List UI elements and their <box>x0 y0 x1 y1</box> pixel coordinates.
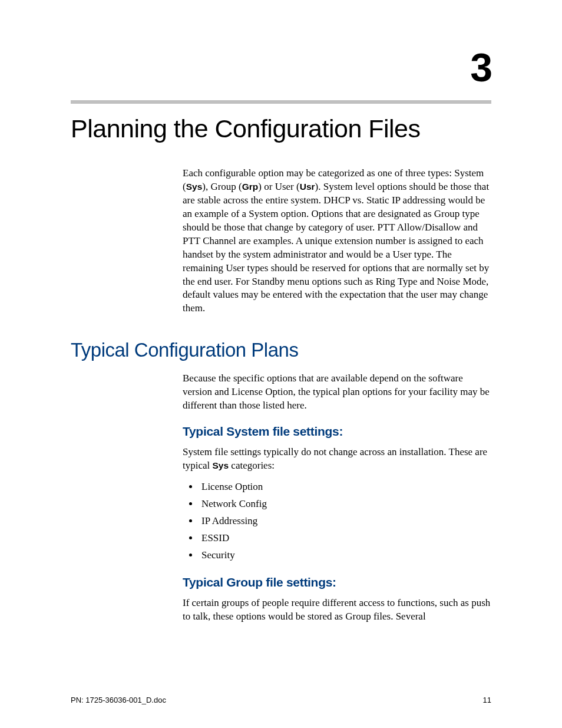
sys-label: Sys <box>186 182 203 192</box>
list-item: ESSID <box>199 530 491 547</box>
list-item: Security <box>199 547 491 564</box>
sysfile-sys-bold: Sys <box>213 460 229 470</box>
page-footer: PN: 1725-36036-001_D.doc 11 <box>71 696 491 704</box>
chapter-number: 3 <box>71 47 491 87</box>
groupfile-heading: Typical Group file settings: <box>183 575 491 589</box>
section-intro-block: Because the specific options that are av… <box>183 372 491 624</box>
usr-label: Usr <box>300 182 315 192</box>
section-heading: Typical Configuration Plans <box>71 339 491 361</box>
list-item: License Option <box>199 479 491 496</box>
footer-page-number: 11 <box>483 696 491 704</box>
chapter-intro-block: Each configurable option may be categori… <box>183 167 491 315</box>
list-item: IP Addressing <box>199 513 491 530</box>
sysfile-bullet-list: License Option Network Config IP Address… <box>183 479 491 564</box>
sysfile-intro: System file settings typically do not ch… <box>183 446 491 473</box>
section-intro-paragraph: Because the specific options that are av… <box>183 372 491 413</box>
list-item: Network Config <box>199 496 491 513</box>
page-container: 3 Planning the Configuration Files Each … <box>0 0 562 728</box>
intro-text-mid1: ), Group ( <box>202 181 242 192</box>
sysfile-heading: Typical System file settings: <box>183 424 491 439</box>
intro-text-mid2: ) or User ( <box>258 181 299 192</box>
grp-label: Grp <box>242 182 259 192</box>
chapter-intro-paragraph: Each configurable option may be categori… <box>183 167 491 315</box>
chapter-title: Planning the Configuration Files <box>71 114 491 143</box>
groupfile-intro: If certain groups of people require diff… <box>183 597 491 624</box>
intro-text-rest: ). System level options should be those … <box>183 181 489 314</box>
footer-doc-id: PN: 1725-36036-001_D.doc <box>71 696 166 704</box>
sysfile-intro-b: categories: <box>229 460 275 471</box>
horizontal-divider <box>71 100 491 104</box>
